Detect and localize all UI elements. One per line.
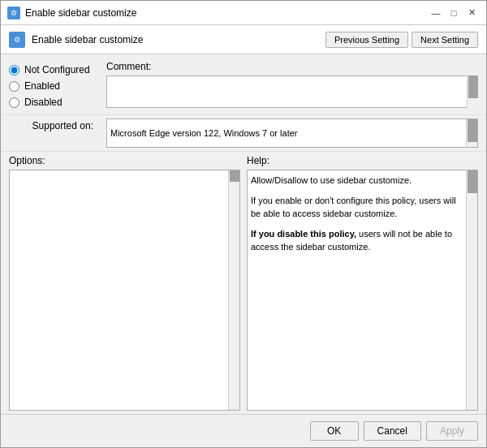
comment-wrapper — [106, 75, 478, 108]
radio-disabled[interactable]: Disabled — [9, 97, 98, 108]
content-area: Not Configured Enabled Disabled Comment: — [1, 54, 486, 414]
nav-buttons: Previous Setting Next Setting — [325, 32, 478, 48]
radio-enabled-label: Enabled — [24, 80, 60, 92]
close-button[interactable]: ✕ — [463, 5, 480, 21]
header-icon: ⚙ — [9, 32, 25, 48]
header-bar: ⚙ Enable sidebar customize Previous Sett… — [1, 25, 486, 54]
radio-not-configured[interactable]: Not Configured — [9, 64, 98, 75]
window-title: Enable sidebar customize — [25, 7, 136, 19]
help-paragraph-1: Allow/Disallow to use sidebar customize. — [251, 174, 463, 187]
title-bar-left: ⚙ Enable sidebar customize — [7, 6, 136, 19]
options-header: Options: — [9, 155, 240, 166]
options-column: Options: — [9, 155, 240, 411]
radio-group: Not Configured Enabled Disabled — [9, 61, 98, 108]
radio-not-configured-input[interactable] — [9, 65, 19, 75]
options-scrollbar — [228, 170, 239, 410]
radio-disabled-input[interactable] — [9, 97, 19, 108]
radio-enabled[interactable]: Enabled — [9, 80, 98, 92]
radio-enabled-input[interactable] — [9, 81, 19, 92]
supported-box: Microsoft Edge version 122, Windows 7 or… — [106, 118, 478, 148]
help-bold-3: If you disable this policy, — [251, 229, 359, 239]
comment-scrollbar — [467, 75, 478, 108]
comment-textarea[interactable] — [106, 75, 478, 108]
help-box: Allow/Disallow to use sidebar customize.… — [247, 170, 478, 411]
help-header: Help: — [247, 155, 478, 166]
supported-label: Supported on: — [9, 118, 98, 131]
help-column: Help: Allow/Disallow to use sidebar cust… — [247, 155, 478, 411]
footer: OK Cancel Apply — [1, 414, 486, 447]
maximize-button[interactable]: □ — [446, 5, 462, 21]
minimize-button[interactable]: — — [428, 5, 444, 21]
supported-scrollbar — [466, 119, 477, 147]
title-controls: — □ ✕ — [428, 5, 480, 21]
comment-section: Comment: — [106, 61, 478, 108]
cancel-button[interactable]: Cancel — [364, 421, 421, 441]
next-setting-button[interactable]: Next Setting — [412, 32, 478, 48]
help-scrollbar — [466, 170, 477, 410]
previous-setting-button[interactable]: Previous Setting — [325, 32, 408, 48]
radio-not-configured-label: Not Configured — [24, 64, 90, 75]
panels-section: Options: Help: Allow/Disallow to use sid… — [1, 151, 486, 414]
options-box — [9, 170, 240, 411]
ok-button[interactable]: OK — [310, 421, 359, 441]
help-paragraph-2: If you enable or don't configure this po… — [251, 194, 463, 221]
supported-section: Supported on: Microsoft Edge version 122… — [1, 114, 486, 151]
main-window: ⚙ Enable sidebar customize — □ ✕ ⚙ Enabl… — [0, 0, 487, 448]
top-section: Not Configured Enabled Disabled Comment: — [1, 54, 486, 114]
title-bar: ⚙ Enable sidebar customize — □ ✕ — [1, 1, 486, 25]
window-icon: ⚙ — [7, 6, 20, 19]
apply-button[interactable]: Apply — [426, 421, 478, 441]
help-paragraph-3: If you disable this policy, users will n… — [251, 227, 463, 254]
radio-disabled-label: Disabled — [24, 97, 62, 108]
supported-text: Microsoft Edge version 122, Windows 7 or… — [110, 128, 298, 138]
dialog-title: Enable sidebar customize — [32, 34, 319, 45]
comment-label: Comment: — [106, 61, 478, 72]
